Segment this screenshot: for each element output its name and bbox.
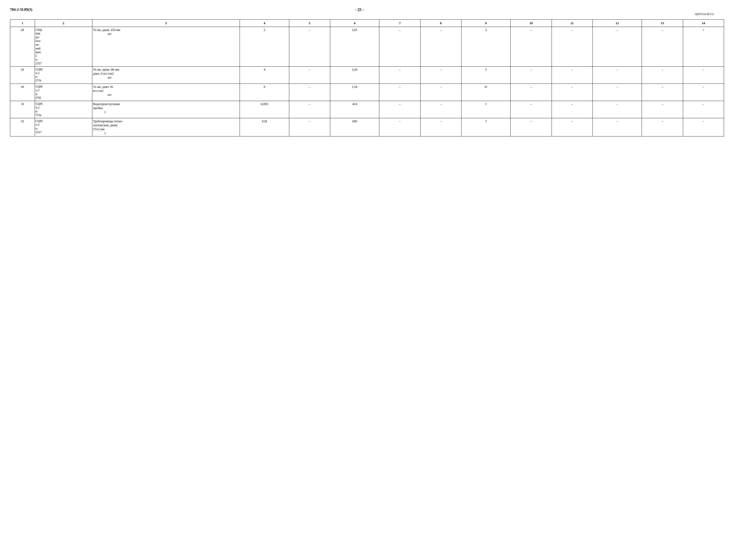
cell-row3-col13: – bbox=[642, 101, 683, 118]
cell-row0-col6: I,65 bbox=[330, 27, 380, 67]
cell-row2-col9: I2 bbox=[461, 84, 510, 101]
cell-row3-col4: 0,003 bbox=[240, 101, 289, 118]
cell-row2-col6: I,54 bbox=[330, 84, 380, 101]
cell-row3-col12: – bbox=[593, 101, 642, 118]
col-header-1: 1 bbox=[10, 20, 35, 27]
cell-row3-col5: – bbox=[289, 101, 330, 118]
cell-row2-col10: – bbox=[511, 84, 552, 101]
cell-row1-col13: – bbox=[642, 67, 683, 84]
cell-row1-num: 29 bbox=[10, 67, 35, 84]
cell-row0-col8: – bbox=[420, 27, 461, 67]
col-header-14: 14 bbox=[683, 20, 724, 27]
cell-row1-col11: – bbox=[552, 67, 593, 84]
cell-row4-col8: – bbox=[420, 118, 461, 136]
cell-row4-col10: – bbox=[511, 118, 552, 136]
cell-row2-col14: – bbox=[683, 84, 724, 101]
cell-row1-col9: 5 bbox=[461, 67, 510, 84]
cell-row3-num: 3I bbox=[10, 101, 35, 118]
cell-row2-col11: – bbox=[552, 84, 593, 101]
cell-row4-col14: – bbox=[683, 118, 724, 136]
main-table: 1 2 3 4 5 6 7 8 9 10 11 12 13 14 28Сбор … bbox=[10, 19, 724, 136]
cell-row3-col11: – bbox=[552, 101, 593, 118]
cell-row2-col8: – bbox=[420, 84, 461, 101]
cell-row0-col5: – bbox=[289, 27, 330, 67]
cell-row3-col14: – bbox=[683, 101, 724, 118]
cell-row1-col3: То же, диам. 80 мм давл. 6 кгс/см2 шт bbox=[92, 67, 240, 84]
cell-row1-col10: – bbox=[511, 67, 552, 84]
col-header-2: 2 bbox=[35, 20, 92, 27]
cell-row2-col2: СЦМ ч.3 п. I795 bbox=[35, 84, 92, 101]
cell-row2-col7: – bbox=[380, 84, 420, 101]
cell-row0-col12: – bbox=[593, 27, 642, 67]
cell-row4-col3: Трубопроводы техно- логические, диам. 57… bbox=[92, 118, 240, 136]
table-row: 32СЦМ ч.5 п. 3317Трубопроводы техно- лог… bbox=[10, 118, 724, 136]
cell-row0-col9: 3 bbox=[461, 27, 510, 67]
table-row: 3IСЦМ ч.2 п. 753аВодогрязеспускная пробк… bbox=[10, 101, 724, 118]
cell-row1-col2: СЦМ ч.3 п. I778 bbox=[35, 67, 92, 84]
cell-row1-col5: – bbox=[289, 67, 330, 84]
cell-row2-col12: – bbox=[593, 84, 642, 101]
cell-row0-col2: Сбор ник до- пол- не- ний вып. I п. 2357 bbox=[35, 27, 92, 67]
col-header-12: 12 bbox=[593, 20, 642, 27]
cell-row1-col4: 4 bbox=[240, 67, 289, 84]
cell-row2-col13: – bbox=[642, 84, 683, 101]
cell-row0-col13: – bbox=[642, 27, 683, 67]
page-number: - 25 - bbox=[32, 7, 687, 12]
col-header-5: 5 bbox=[289, 20, 330, 27]
col-header-8: 8 bbox=[420, 20, 461, 27]
cell-row4-col5: – bbox=[289, 118, 330, 136]
col-header-10: 10 bbox=[511, 20, 552, 27]
stamp: ЦНТП 64 90:111 bbox=[695, 12, 714, 15]
table-row: 28Сбор ник до- пол- не- ний вып. I п. 23… bbox=[10, 27, 724, 67]
cell-row3-col7: – bbox=[380, 101, 420, 118]
cell-row4-col12: – bbox=[593, 118, 642, 136]
cell-row4-col6: 690 bbox=[330, 118, 380, 136]
col-header-13: 13 bbox=[642, 20, 683, 27]
cell-row4-num: 32 bbox=[10, 118, 35, 136]
cell-row3-col3: Водогрязеспускная пробка т bbox=[92, 101, 240, 118]
cell-row0-col11: – bbox=[552, 27, 593, 67]
doc-number: 704-2-5I.89(3) bbox=[10, 7, 32, 12]
cell-row1-col8: – bbox=[420, 67, 461, 84]
cell-row4-col9: 7 bbox=[461, 118, 510, 136]
cell-row3-col9: I bbox=[461, 101, 510, 118]
cell-row0-col3: То же, диам I50 мм шт bbox=[92, 27, 240, 67]
cell-row4-col7: – bbox=[380, 118, 420, 136]
cell-row3-col10: – bbox=[511, 101, 552, 118]
col-header-6: 6 bbox=[330, 20, 380, 27]
cell-row3-col6: 424 bbox=[330, 101, 380, 118]
cell-row0-col7: – bbox=[380, 27, 420, 67]
cell-row1-col7: – bbox=[380, 67, 420, 84]
cell-row4-col4: 0,0I bbox=[240, 118, 289, 136]
col-header-4: 4 bbox=[240, 20, 289, 27]
cell-row2-col5: – bbox=[289, 84, 330, 101]
cell-row2-col4: 8 bbox=[240, 84, 289, 101]
cell-row4-col11: – bbox=[552, 118, 593, 136]
table-row: 30СЦМ ч.3 п. I795То же, давл. I6 кгс/см2… bbox=[10, 84, 724, 101]
col-header-11: 11 bbox=[552, 20, 593, 27]
col-header-3: 3 bbox=[92, 20, 240, 27]
cell-row1-col12: – bbox=[593, 67, 642, 84]
cell-row1-col6: I,26 bbox=[330, 67, 380, 84]
cell-row2-num: 30 bbox=[10, 84, 35, 101]
col-header-9: 9 bbox=[461, 20, 510, 27]
cell-row3-col8: – bbox=[420, 101, 461, 118]
cell-row0-col10: – bbox=[511, 27, 552, 67]
cell-row0-col14: • bbox=[683, 27, 724, 67]
cell-row0-num: 28 bbox=[10, 27, 35, 67]
cell-row1-col14: – bbox=[683, 67, 724, 84]
cell-row2-col3: То же, давл. I6 кгс/см2 шт bbox=[92, 84, 240, 101]
cell-row3-col2: СЦМ ч.2 п. 753а bbox=[35, 101, 92, 118]
cell-row4-col2: СЦМ ч.5 п. 3317 bbox=[35, 118, 92, 136]
cell-row0-col4: 2 bbox=[240, 27, 289, 67]
col-header-7: 7 bbox=[380, 20, 420, 27]
cell-row4-col13: – bbox=[642, 118, 683, 136]
table-row: 29СЦМ ч.3 п. I778То же, диам. 80 мм давл… bbox=[10, 67, 724, 84]
